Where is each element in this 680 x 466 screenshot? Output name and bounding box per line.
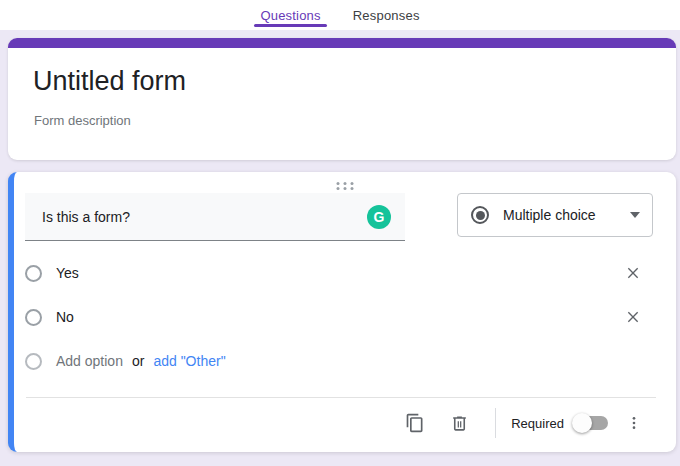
tab-questions-label: Questions <box>260 8 320 23</box>
duplicate-button[interactable] <box>403 411 427 435</box>
remove-option-button[interactable] <box>623 263 643 283</box>
more-options-button[interactable] <box>622 411 646 435</box>
toggle-thumb <box>572 413 592 433</box>
add-option-row: Add option or add "Other" <box>25 348 676 374</box>
required-toggle[interactable] <box>574 416 608 430</box>
tab-responses-label: Responses <box>353 8 420 23</box>
radio-icon <box>25 265 42 282</box>
close-icon <box>625 265 641 281</box>
option-label[interactable]: Yes <box>56 265 79 281</box>
form-description-input[interactable]: Form description <box>34 113 676 128</box>
trash-icon <box>450 414 469 433</box>
question-text-field: G <box>25 193 405 241</box>
tab-bar: Questions Responses <box>0 0 680 30</box>
form-title-input[interactable]: Untitled form <box>33 65 676 97</box>
add-other-button[interactable]: add "Other" <box>153 353 225 369</box>
kebab-menu-icon <box>626 415 642 431</box>
tab-questions[interactable]: Questions <box>254 0 326 30</box>
radio-icon <box>25 353 42 370</box>
question-footer-toolbar: Required <box>403 401 646 445</box>
copy-icon <box>405 413 425 433</box>
tab-responses[interactable]: Responses <box>347 0 426 30</box>
radio-icon <box>25 309 42 326</box>
or-label: or <box>132 353 144 369</box>
form-accent-bar <box>8 38 676 48</box>
active-tab-indicator <box>254 24 326 27</box>
option-row: No <box>25 304 676 330</box>
option-label[interactable]: No <box>56 309 74 325</box>
question-card: G Multiple choice Yes No Add option or a… <box>8 172 676 452</box>
delete-button[interactable] <box>447 411 471 435</box>
required-label: Required <box>511 416 564 431</box>
multiple-choice-icon <box>471 206 489 224</box>
option-row: Yes <box>25 260 676 286</box>
drag-handle-icon[interactable] <box>333 178 358 194</box>
footer-divider <box>26 397 656 398</box>
toolbar-divider <box>495 408 496 438</box>
form-title-card: Untitled form Form description <box>8 38 676 160</box>
close-icon <box>625 309 641 325</box>
question-type-dropdown[interactable]: Multiple choice <box>457 193 653 237</box>
grammarly-icon[interactable]: G <box>367 205 391 229</box>
chevron-down-icon <box>630 212 640 218</box>
add-option-button[interactable]: Add option <box>56 353 123 369</box>
question-type-label: Multiple choice <box>503 207 596 223</box>
remove-option-button[interactable] <box>623 307 643 327</box>
question-text-input[interactable] <box>25 193 367 240</box>
